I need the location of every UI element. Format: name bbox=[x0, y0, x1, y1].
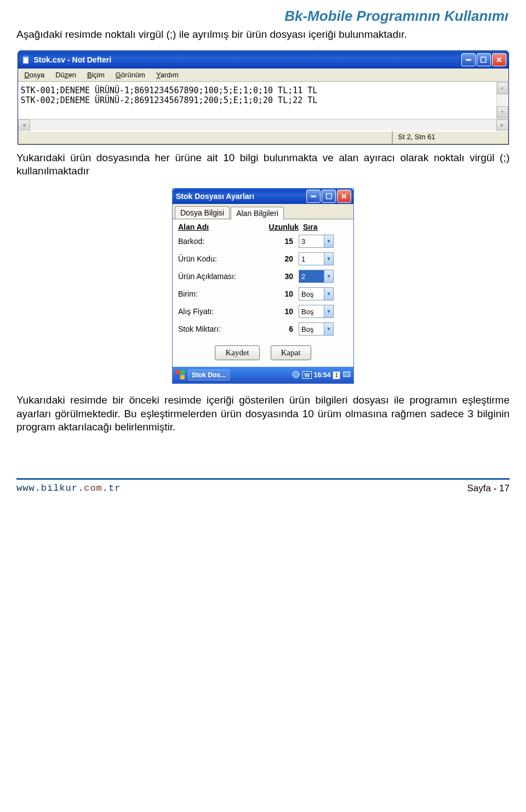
header-uzunluk: Uzunluk bbox=[260, 223, 303, 231]
minimize-button[interactable]: ━ bbox=[461, 53, 476, 66]
field-length: 20 bbox=[260, 254, 299, 263]
taskbar-indicator[interactable]: 1 bbox=[333, 371, 340, 379]
menu-dosya[interactable]: Dosya bbox=[21, 70, 48, 80]
menu-gorunum[interactable]: Görünüm bbox=[112, 70, 148, 80]
chevron-down-icon[interactable]: ▼ bbox=[324, 253, 333, 265]
save-button[interactable]: Kaydet bbox=[215, 345, 259, 360]
paragraph-1: Aşağıdaki resimde noktalı virgül (;) ile… bbox=[16, 28, 510, 42]
field-length: 10 bbox=[260, 289, 299, 298]
field-sira-combo[interactable]: 3▼ bbox=[299, 235, 334, 248]
scroll-up-icon[interactable]: ▴ bbox=[497, 82, 508, 94]
taskbar-task[interactable]: Stok Dos... bbox=[188, 370, 230, 381]
field-row-5: Stok Miktarı:6Boş▼ bbox=[178, 322, 348, 336]
svg-rect-7 bbox=[344, 372, 350, 377]
notepad-title: Stok.csv - Not Defteri bbox=[34, 55, 461, 64]
field-label: Ürün Açıklaması: bbox=[178, 272, 260, 281]
svg-point-6 bbox=[293, 371, 299, 378]
combo-value: Boş bbox=[299, 308, 324, 316]
notepad-menubar: Dosya Düzen Biçim Görünüm Yardım bbox=[18, 69, 508, 82]
notepad-window: Stok.csv - Not Defteri ━ ☐ ✕ Dosya Düzen… bbox=[18, 50, 509, 145]
chevron-down-icon[interactable]: ▼ bbox=[324, 323, 333, 335]
notepad-textarea[interactable]: STK-001;DENEME ÜRÜNÜ-1;8691234567890;100… bbox=[18, 82, 508, 119]
chevron-down-icon[interactable]: ▼ bbox=[324, 235, 333, 247]
menu-bicim[interactable]: Biçim bbox=[84, 70, 108, 80]
field-length: 6 bbox=[260, 325, 299, 333]
field-sira-combo[interactable]: 2▼ bbox=[299, 270, 334, 283]
chevron-down-icon[interactable]: ▼ bbox=[324, 270, 333, 282]
field-sira-combo[interactable]: 1▼ bbox=[299, 252, 334, 265]
chevron-down-icon[interactable]: ▼ bbox=[324, 288, 333, 300]
combo-value: Boş bbox=[299, 290, 324, 298]
field-length: 15 bbox=[260, 237, 299, 246]
footer-url: www.bilkur.com.tr bbox=[16, 483, 121, 494]
notepad-icon bbox=[21, 55, 31, 65]
field-sira-combo[interactable]: Boş▼ bbox=[299, 305, 334, 318]
svg-rect-1 bbox=[23, 56, 28, 58]
settings-minimize-button[interactable]: ━ bbox=[306, 190, 321, 203]
paragraph-2: Yukarıdaki ürün dosyasında her ürüne ait… bbox=[16, 151, 510, 178]
field-row-2: Ürün Açıklaması:302▼ bbox=[178, 270, 348, 283]
scroll-down-icon[interactable]: ▾ bbox=[497, 106, 508, 118]
field-label: Ürün Kodu: bbox=[178, 254, 260, 263]
field-row-4: Alış Fiyatı:10Boş▼ bbox=[178, 305, 348, 318]
settings-titlebar[interactable]: Stok Dosyası Ayarları ━ ☐ ✕ bbox=[173, 189, 353, 204]
field-label: Alış Fiyatı: bbox=[178, 307, 260, 316]
header-alan-adi: Alan Adı bbox=[178, 223, 260, 231]
field-row-0: Barkod:153▼ bbox=[178, 235, 348, 248]
chevron-down-icon[interactable]: ▼ bbox=[324, 305, 333, 317]
tray-network-icon[interactable] bbox=[291, 370, 300, 381]
field-label: Stok Miktarı: bbox=[178, 325, 260, 333]
settings-taskbar: Stok Dos... W 16:54 1 bbox=[173, 367, 353, 383]
field-length: 30 bbox=[260, 272, 299, 281]
field-sira-combo[interactable]: Boş▼ bbox=[299, 287, 334, 300]
close-button-form[interactable]: Kapat bbox=[271, 345, 311, 360]
notepad-statusbar: St 2, Stn 61 bbox=[18, 130, 508, 144]
svg-rect-4 bbox=[175, 375, 180, 379]
tray-desktop-icon[interactable] bbox=[342, 370, 351, 381]
combo-value: Boş bbox=[299, 325, 324, 333]
page-footer: www.bilkur.com.tr Sayfa - 17 bbox=[16, 478, 510, 494]
menu-duzen[interactable]: Düzen bbox=[52, 70, 79, 80]
settings-title: Stok Dosyası Ayarları bbox=[176, 192, 306, 201]
tab-dosya-bilgisi[interactable]: Dosya Bilgisi bbox=[175, 206, 230, 219]
horizontal-scrollbar[interactable]: ◂ ▸ bbox=[18, 119, 508, 130]
taskbar-clock: 16:54 bbox=[314, 371, 331, 379]
svg-rect-2 bbox=[175, 370, 180, 374]
field-row-3: Birim:10Boş▼ bbox=[178, 287, 348, 300]
settings-window: Stok Dosyası Ayarları ━ ☐ ✕ Dosya Bilgis… bbox=[172, 188, 354, 384]
combo-value: 1 bbox=[299, 255, 324, 263]
paragraph-3: Yukarıdaki resimde bir önceki resimde iç… bbox=[16, 394, 510, 434]
text-line-1: STK-001;DENEME ÜRÜNÜ-1;8691234567890;100… bbox=[21, 86, 318, 95]
svg-rect-3 bbox=[180, 370, 185, 374]
settings-body: Alan Adı Uzunluk Sıra Barkod:153▼Ürün Ko… bbox=[173, 219, 353, 367]
field-label: Barkod: bbox=[178, 237, 260, 246]
text-line-2: STK-002;DENEME ÜRÜNÜ-2;8691234567891;200… bbox=[21, 95, 318, 105]
field-label: Birim: bbox=[178, 289, 260, 298]
combo-value: 2 bbox=[299, 272, 324, 281]
svg-rect-5 bbox=[180, 375, 185, 379]
menu-yardim[interactable]: Yardım bbox=[153, 70, 182, 80]
combo-value: 3 bbox=[299, 237, 324, 246]
footer-page-number: Sayfa - 17 bbox=[467, 483, 510, 494]
page-header: Bk-Mobile Programının Kullanımı bbox=[16, 8, 510, 25]
tab-alan-bilgileri[interactable]: Alan Bilgileri bbox=[231, 207, 284, 219]
field-length: 10 bbox=[260, 307, 299, 316]
header-sira: Sıra bbox=[303, 223, 336, 231]
start-icon[interactable] bbox=[175, 370, 186, 381]
settings-tabs: Dosya Bilgisi Alan Bilgileri bbox=[173, 204, 353, 219]
tray-w-icon[interactable]: W bbox=[302, 371, 311, 379]
notepad-titlebar[interactable]: Stok.csv - Not Defteri ━ ☐ ✕ bbox=[18, 51, 508, 69]
scroll-right-icon[interactable]: ▸ bbox=[496, 120, 508, 132]
status-cursor-pos: St 2, Stn 61 bbox=[392, 131, 508, 144]
field-sira-combo[interactable]: Boş▼ bbox=[299, 322, 334, 336]
settings-maximize-button[interactable]: ☐ bbox=[322, 190, 336, 203]
vertical-scrollbar[interactable]: ▴ ▾ bbox=[496, 82, 508, 118]
settings-close-button[interactable]: ✕ bbox=[337, 190, 351, 203]
field-row-1: Ürün Kodu:201▼ bbox=[178, 252, 348, 265]
maximize-button[interactable]: ☐ bbox=[477, 53, 491, 66]
close-button[interactable]: ✕ bbox=[492, 53, 506, 66]
